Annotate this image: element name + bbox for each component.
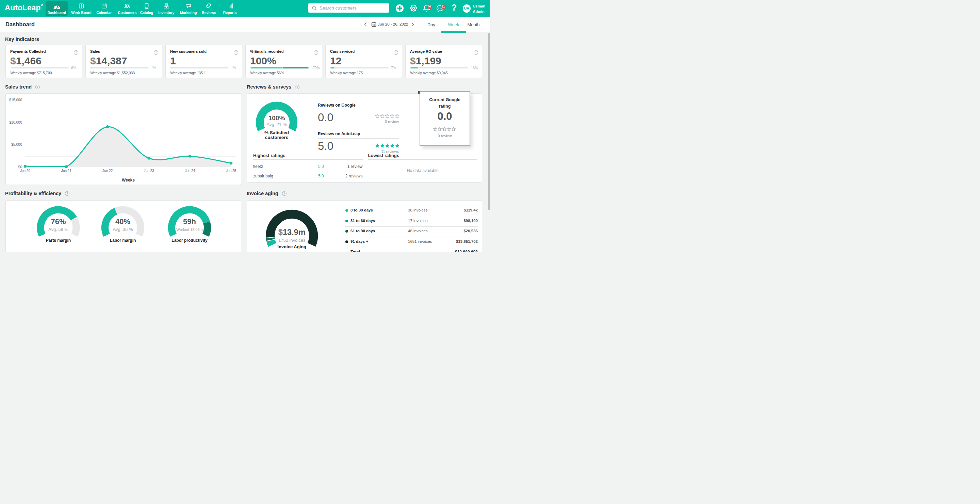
svg-text:Avg. 36 %: Avg. 36 % — [113, 227, 133, 232]
svg-text:40%: 40% — [115, 217, 130, 226]
svg-text:76%: 76% — [51, 217, 66, 226]
svg-text:$0: $0 — [18, 165, 22, 169]
svg-text:Worked 13.08 h: Worked 13.08 h — [176, 228, 202, 231]
svg-text:Jun 22: Jun 22 — [102, 169, 113, 173]
svg-text:Jun 24: Jun 24 — [185, 169, 195, 173]
svg-text:$5,000: $5,000 — [11, 142, 22, 147]
svg-text:Parts margin: Parts margin — [46, 238, 71, 243]
svg-text:customers: customers — [265, 135, 288, 140]
svg-text:$10,000: $10,000 — [9, 120, 22, 124]
svg-text:100%: 100% — [269, 115, 285, 121]
svg-text:Jun 20: Jun 20 — [20, 169, 30, 173]
svg-text:$13.9m: $13.9m — [278, 228, 305, 237]
svg-text:59h: 59h — [183, 217, 196, 226]
svg-text:Jun 23: Jun 23 — [144, 169, 154, 173]
svg-text:Jun 25: Jun 25 — [226, 169, 236, 173]
svg-text:1752 invoices: 1752 invoices — [278, 238, 305, 243]
svg-text:$15,000: $15,000 — [9, 98, 22, 102]
svg-text:Avg. 21 %: Avg. 21 % — [266, 122, 286, 127]
svg-text:Jun 21: Jun 21 — [61, 169, 72, 173]
svg-text:Labor margin: Labor margin — [110, 238, 136, 243]
svg-text:Labor productivity: Labor productivity — [172, 238, 208, 243]
svg-text:Weeks: Weeks — [122, 178, 135, 183]
svg-text:Invoice Aging: Invoice Aging — [277, 244, 306, 249]
svg-text:Avg. 59 %: Avg. 59 % — [48, 227, 68, 232]
